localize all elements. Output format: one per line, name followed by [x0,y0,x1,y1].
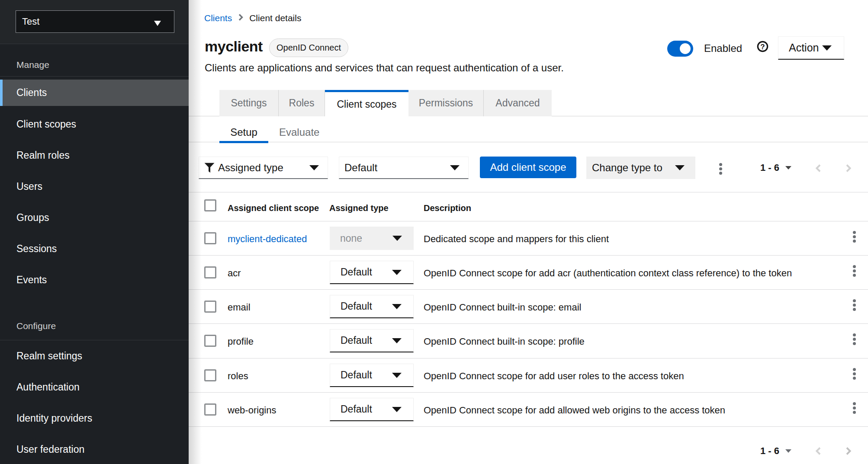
svg-text:?: ? [760,43,765,51]
